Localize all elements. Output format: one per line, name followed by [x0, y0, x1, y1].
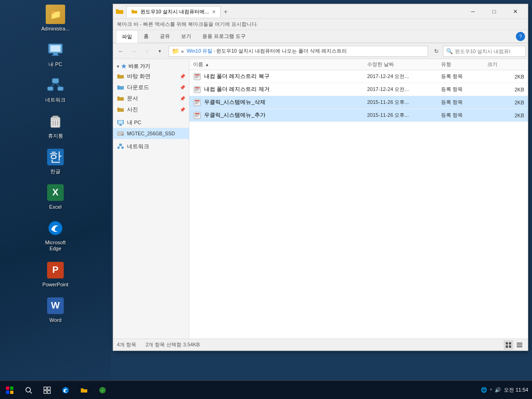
- file-type-4: 등록 항목: [441, 112, 487, 119]
- sidebar-network: 네트워크: [113, 141, 189, 152]
- desktop-icon-excel[interactable]: X Excel: [39, 183, 72, 210]
- breadcrumb-arrow: ›: [213, 48, 215, 54]
- desktop-icon-label-word: Word: [49, 317, 61, 323]
- desktop-icon-word[interactable]: W Word: [39, 296, 72, 323]
- svg-rect-35: [195, 89, 200, 89]
- file-row-2[interactable]: 내컴 폴더 레지스트리 제거 2017-12-24 오전... 등록 항목 2K…: [189, 83, 528, 96]
- taskbar-expand-icon[interactable]: ^: [490, 388, 492, 393]
- recent-locations-button[interactable]: ▼: [154, 45, 166, 57]
- svg-line-27: [121, 145, 123, 147]
- ribbon-tab-app-tools[interactable]: 응용 프로그램 도구: [197, 30, 251, 42]
- network-sidebar-icon: [117, 143, 124, 150]
- sidebar-item-network[interactable]: 네트워크: [113, 141, 189, 152]
- pin-icon: 📌: [180, 85, 185, 90]
- toolbar-area: 북마크 바 - 빠른 액세스를 위해 북마크들을 여기에 표시합니다. 파일 홈…: [113, 19, 528, 43]
- refresh-button[interactable]: ↻: [431, 46, 442, 57]
- desktop-icon-label-ppt: PowerPoint: [42, 282, 68, 288]
- task-view-button[interactable]: [38, 381, 56, 399]
- sidebar-quick-access: ▾ ★ 바로 가기 바탕 화면 📌 다운로드 📌: [113, 61, 189, 115]
- ribbon-tab-home[interactable]: 홈: [138, 30, 154, 42]
- svg-line-8: [55, 83, 60, 87]
- desktop-icon-hangul[interactable]: 한 한글: [39, 147, 72, 175]
- svg-rect-19: [119, 125, 122, 126]
- status-bar: 4개 항목 2개 항목 선택함 3.54KB: [113, 339, 528, 351]
- file-date-1: 2017-12-24 오전...: [367, 73, 441, 80]
- desktop-icon-network[interactable]: 네트워크: [39, 76, 72, 103]
- breadcrumb-win10[interactable]: Win10 유틸: [187, 48, 212, 54]
- downloads-folder-icon: [117, 84, 124, 91]
- tab-close-button[interactable]: ✕: [212, 9, 216, 14]
- svg-rect-6: [58, 87, 63, 91]
- svg-rect-56: [10, 387, 13, 390]
- taskbar: 🌐 ^ 🔊 오전 11:54: [0, 381, 532, 399]
- file-name-2: 내컴 폴더 레지스트리 제거: [193, 85, 367, 94]
- taskbar-volume-icon[interactable]: 🔊: [495, 387, 501, 393]
- file-row-1[interactable]: 내컴 폴더 레지스트리 복구 2017-12-24 오전... 등록 항목 2K…: [189, 70, 528, 83]
- search-input[interactable]: [455, 48, 510, 54]
- window-controls: ─ □ ✕: [462, 4, 526, 19]
- sidebar-item-mgtec[interactable]: MGTEC_256GB_SSD: [113, 128, 189, 139]
- desktop-icon-label-hangul: 한글: [50, 169, 60, 175]
- mypc-icon: [117, 119, 124, 126]
- plants-taskbar-button[interactable]: [93, 381, 112, 399]
- svg-rect-58: [10, 391, 13, 394]
- edge-taskbar-button[interactable]: [56, 381, 75, 399]
- active-tab[interactable]: 윈도우10 설치시 내컴퓨터에... ✕: [126, 6, 221, 17]
- svg-line-26: [119, 145, 121, 147]
- svg-point-22: [122, 134, 123, 135]
- view-toggle-buttons: [504, 340, 524, 350]
- sidebar-item-downloads[interactable]: 다운로드 📌: [113, 82, 189, 93]
- drive-icon: [117, 130, 124, 137]
- ribbon-tab-file[interactable]: 파일: [116, 30, 138, 43]
- sidebar-item-mypc[interactable]: 내 PC: [113, 117, 189, 128]
- col-header-date[interactable]: 수정한 날짜: [367, 61, 441, 68]
- tab-label: 윈도우10 설치시 내컴퓨터에...: [140, 8, 209, 15]
- desktop-icon-ppt[interactable]: P PowerPoint: [39, 260, 72, 288]
- start-button[interactable]: [0, 381, 19, 399]
- sidebar-item-documents[interactable]: 문서 📌: [113, 93, 189, 104]
- taskbar-right-area: 🌐 ^ 🔊 오전 11:54: [481, 387, 532, 393]
- new-tab-button[interactable]: +: [221, 6, 231, 17]
- svg-rect-3: [52, 55, 59, 56]
- breadcrumb-part1: «: [181, 48, 184, 54]
- svg-rect-36: [195, 90, 199, 90]
- up-button[interactable]: ↑: [141, 45, 153, 57]
- breadcrumb-current: 윈도우10 설치시 내컴퓨터에 나오는 폴더 삭제 레지스트리: [216, 48, 347, 54]
- desktop-icon-edge[interactable]: Microsoft Edge: [39, 218, 72, 252]
- title-bar: 윈도우10 설치시 내컴퓨터에... ✕ + ─ □ ✕: [113, 4, 528, 19]
- ribbon-tab-share[interactable]: 공유: [154, 30, 175, 42]
- file-date-2: 2017-12-24 오전...: [367, 86, 441, 93]
- close-button[interactable]: ✕: [505, 4, 526, 19]
- desktop-icon-admin[interactable]: 📁 Administra...: [39, 5, 72, 32]
- file-row-3[interactable]: 우클릭_시스템메뉴_삭제 2015-11-26 오후... 등록 항목 2KB: [189, 96, 528, 109]
- address-bar[interactable]: 📁 « Win10 유틸 › 윈도우10 설치시 내컴퓨터에 나오는 폴더 삭제…: [169, 46, 428, 57]
- search-taskbar-button[interactable]: [19, 381, 38, 399]
- col-header-type[interactable]: 유형: [441, 61, 487, 68]
- col-header-name[interactable]: 이름 ▲: [193, 61, 367, 68]
- file-row-4[interactable]: 우클릭_시스템메뉴_추가 2015-11-26 오후... 등록 항목 2KB: [189, 109, 528, 122]
- file-size-2: 2KB: [487, 87, 524, 92]
- search-bar[interactable]: 🔍: [443, 46, 526, 57]
- svg-point-15: [48, 221, 62, 235]
- ribbon-tab-bar: 파일 홈 공유 보기 응용 프로그램 도구 ?: [113, 30, 528, 43]
- maximize-button[interactable]: □: [484, 4, 505, 19]
- desktop-icon-trash[interactable]: 휴지통: [39, 112, 72, 139]
- svg-rect-55: [6, 387, 9, 390]
- ribbon-tab-view[interactable]: 보기: [175, 30, 197, 42]
- svg-rect-17: [118, 121, 123, 124]
- svg-rect-23: [119, 144, 122, 145]
- desktop-icon-mypc[interactable]: 내 PC: [39, 40, 72, 67]
- sidebar-item-desktop[interactable]: 바탕 화면 📌: [113, 71, 189, 82]
- detail-view-button[interactable]: [515, 340, 524, 350]
- col-header-size[interactable]: 크기: [487, 61, 524, 68]
- svg-rect-5: [48, 87, 53, 91]
- back-button[interactable]: ←: [115, 45, 127, 57]
- forward-button[interactable]: →: [128, 45, 140, 57]
- status-item-count: 4개 항목: [117, 341, 136, 348]
- minimize-button[interactable]: ─: [462, 4, 484, 19]
- explorer-taskbar-button[interactable]: [75, 381, 93, 399]
- list-view-button[interactable]: [504, 340, 513, 350]
- sidebar-item-pictures[interactable]: 사진 📌: [113, 104, 189, 115]
- bookmarks-bar: 북마크 바 - 빠른 액세스를 위해 북마크들을 여기에 표시합니다.: [113, 19, 528, 30]
- help-button[interactable]: ?: [516, 32, 525, 41]
